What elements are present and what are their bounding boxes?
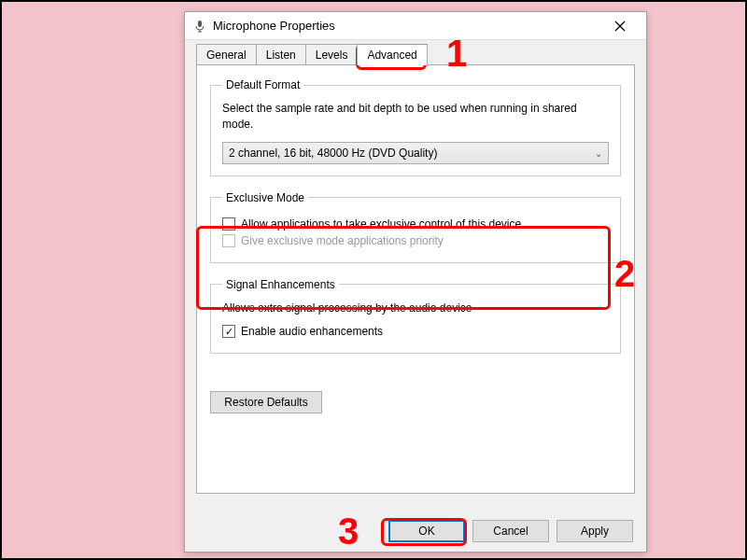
checkbox-enable-enhancements[interactable]: ✓	[222, 325, 235, 338]
svg-rect-0	[198, 21, 202, 27]
checkbox-label-enable-enhancements: Enable audio enhancements	[241, 325, 383, 338]
tab-levels[interactable]: Levels	[305, 44, 359, 65]
window-title: Microphone Properties	[213, 19, 601, 33]
microphone-icon	[192, 19, 207, 34]
close-icon	[614, 21, 626, 32]
titlebar: Microphone Properties	[185, 12, 646, 40]
restore-defaults-button[interactable]: Restore Defaults	[210, 391, 322, 413]
cancel-button[interactable]: Cancel	[472, 520, 549, 542]
tab-strip: General Listen Levels Advanced	[185, 40, 646, 65]
checkbox-allow-exclusive[interactable]	[222, 217, 235, 231]
apply-button[interactable]: Apply	[557, 520, 633, 542]
tab-listen[interactable]: Listen	[256, 44, 306, 65]
tab-general[interactable]: General	[196, 44, 257, 65]
group-legend-default-format: Default Format	[222, 78, 303, 91]
format-dropdown-value: 2 channel, 16 bit, 48000 Hz (DVD Quality…	[229, 147, 437, 160]
checkbox-row-enable-enhancements[interactable]: ✓ Enable audio enhancements	[222, 325, 609, 338]
format-dropdown[interactable]: 2 channel, 16 bit, 48000 Hz (DVD Quality…	[222, 142, 609, 164]
checkbox-row-allow-exclusive[interactable]: Allow applications to take exclusive con…	[222, 217, 609, 231]
chevron-down-icon: ⌄	[595, 147, 602, 158]
annotation-number-3: 3	[338, 511, 359, 553]
tab-advanced[interactable]: Advanced	[357, 44, 427, 65]
group-legend-signal-enhancements: Signal Enhancements	[222, 278, 339, 291]
group-default-format: Default Format Select the sample rate an…	[210, 78, 621, 176]
checkbox-label-allow-exclusive: Allow applications to take exclusive con…	[241, 217, 521, 231]
group-legend-exclusive-mode: Exclusive Mode	[222, 191, 308, 204]
group-exclusive-mode: Exclusive Mode Allow applications to tak…	[210, 191, 621, 263]
checkbox-priority	[222, 234, 235, 247]
dialog-button-row: OK Cancel Apply	[388, 520, 633, 542]
checkbox-label-priority: Give exclusive mode applications priorit…	[241, 234, 444, 247]
group-signal-enhancements: Signal Enhancements Allows extra signal …	[210, 278, 621, 355]
tab-content-advanced: Default Format Select the sample rate an…	[196, 64, 635, 494]
microphone-properties-dialog: Microphone Properties General Listen Lev…	[184, 11, 647, 553]
close-button[interactable]	[601, 13, 639, 39]
signal-enhancements-description: Allows extra signal processing by the au…	[222, 301, 609, 316]
default-format-description: Select the sample rate and bit depth to …	[222, 101, 609, 133]
ok-button[interactable]: OK	[388, 520, 465, 542]
checkbox-row-priority: Give exclusive mode applications priorit…	[222, 234, 609, 247]
